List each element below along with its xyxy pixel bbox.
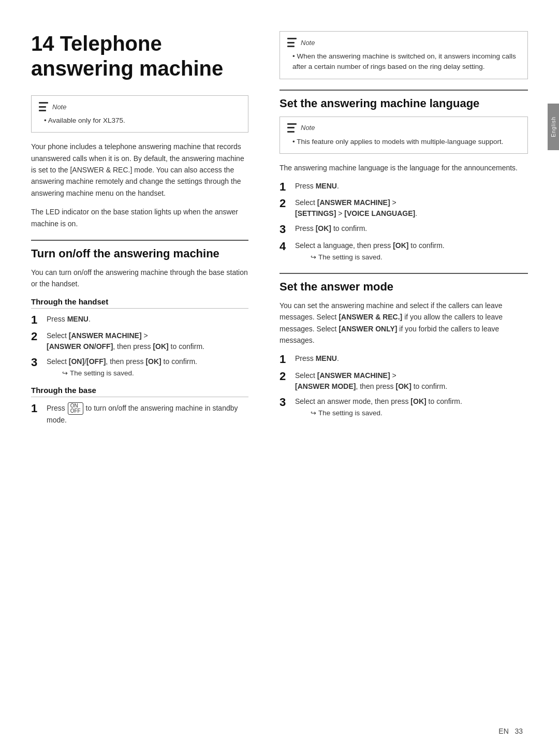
language-step-2: 2 Select [ANSWER MACHINE] >[SETTINGS] > … — [280, 197, 528, 219]
note-content-top-right: When the answering machine is switched o… — [287, 51, 520, 72]
handset-step-2: 2 Select [ANSWER MACHINE] >[ANSWER ON/OF… — [31, 330, 248, 352]
note-box-language: Note This feature only applies to models… — [280, 117, 528, 154]
note-label-language: Note — [301, 124, 315, 132]
handset-step-1: 1 Press MENU. — [31, 314, 248, 326]
note-icon-1 — [39, 102, 48, 111]
answer-mode-step-3: 3 Select an answer mode, then press [OK]… — [280, 396, 528, 418]
language-step-1: 1 Press MENU. — [280, 181, 528, 193]
language-step-4: 4 Select a language, then press [OK] to … — [280, 240, 528, 263]
language-step-3: 3 Press [OK] to confirm. — [280, 223, 528, 236]
footer-page-num: 33 — [514, 727, 523, 735]
footer-lang: EN — [498, 727, 508, 735]
note-item: Available only for XL375. — [44, 115, 241, 126]
note-item-language: This feature only applies to models with… — [292, 137, 520, 147]
handset-step-3: 3 Select [ON]/[OFF], then press [OK] to … — [31, 356, 248, 379]
section-turn-on-off-heading: Turn on/off the answering machine — [31, 240, 248, 260]
language-step-4-result: ↪ The setting is saved. — [295, 252, 445, 263]
intro-text-2: The LED indicator on the base station li… — [31, 206, 248, 229]
answer-mode-steps: 1 Press MENU. 2 Select [ANSWER MACHINE] … — [280, 353, 528, 418]
note-item-top-right: When the answering machine is switched o… — [292, 51, 520, 72]
base-steps: 1 Press ONOFF to turn on/off the answeri… — [31, 402, 248, 426]
section-answer-mode-heading: Set the answer mode — [280, 273, 528, 294]
note-header-1: Note — [39, 102, 241, 111]
on-off-icon: ONOFF — [68, 402, 83, 415]
note-content-language: This feature only applies to models with… — [287, 137, 520, 147]
sub-heading-handset: Through the handset — [31, 297, 248, 309]
side-tab: English — [548, 104, 559, 150]
right-column: Note When the answering machine is switc… — [269, 31, 528, 725]
note-label-1: Note — [52, 103, 66, 111]
language-body: The answering machine language is the la… — [280, 162, 528, 173]
section-language-heading: Set the answering machine language — [280, 90, 528, 110]
handset-step-3-result: ↪ The setting is saved. — [47, 368, 197, 379]
page: English 14 Telephone answering machine N… — [0, 0, 559, 756]
sub-heading-base: Through the base — [31, 386, 248, 397]
page-footer: EN 33 — [498, 727, 523, 735]
note-box-1: Note Available only for XL375. — [31, 95, 248, 133]
answer-mode-step-3-result: ↪ The setting is saved. — [295, 408, 462, 418]
note-content-1: Available only for XL375. — [39, 115, 241, 126]
note-box-top-right: Note When the answering machine is switc… — [280, 31, 528, 79]
left-column: 14 Telephone answering machine Note Avai… — [31, 31, 269, 725]
base-step-1: 1 Press ONOFF to turn on/off the answeri… — [31, 402, 248, 426]
section-turn-on-off-body: You can turn on/off the answering machin… — [31, 267, 248, 290]
answer-mode-step-1: 1 Press MENU. — [280, 353, 528, 366]
language-steps: 1 Press MENU. 2 Select [ANSWER MACHINE] … — [280, 181, 528, 263]
handset-steps: 1 Press MENU. 2 Select [ANSWER MACHINE] … — [31, 314, 248, 379]
chapter-heading: 14 Telephone answering machine — [31, 31, 248, 81]
answer-mode-body: You can set the answering machine and se… — [280, 300, 528, 346]
note-header-top-right: Note — [287, 38, 520, 47]
answer-mode-step-2: 2 Select [ANSWER MACHINE] >[ANSWER MODE]… — [280, 370, 528, 392]
intro-text-1: Your phone includes a telephone answerin… — [31, 141, 248, 199]
note-label-top-right: Note — [301, 39, 315, 47]
note-icon-top-right — [287, 38, 297, 47]
note-icon-language — [287, 123, 297, 133]
side-tab-label: English — [551, 117, 556, 137]
note-header-language: Note — [287, 123, 520, 133]
